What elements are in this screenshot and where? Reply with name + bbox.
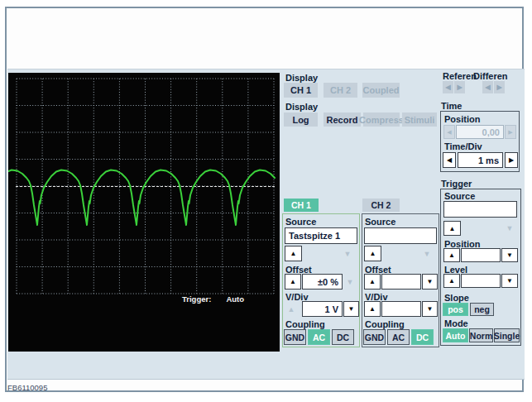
compress-button[interactable]: Compress — [363, 112, 400, 127]
arrow-up-icon: ▲ — [369, 278, 376, 285]
timediv-increase-button[interactable]: ▶ — [505, 152, 518, 168]
stimuli-button[interactable]: Stimuli — [402, 112, 437, 127]
time-position-field[interactable]: 0,00 — [456, 125, 504, 139]
ch2-vdiv-up-button[interactable]: ▲ — [364, 301, 381, 317]
arrow-down-icon: ▼ — [348, 305, 355, 313]
ch2-vdiv-field[interactable] — [381, 301, 421, 317]
display-ch2-button[interactable]: CH 2 — [324, 83, 357, 98]
arrow-down-icon: ▼ — [427, 305, 434, 313]
arrow-up-icon: ▲ — [449, 225, 456, 232]
timediv-label: Time/Div — [444, 142, 482, 151]
trigger-status-label: Trigger: — [182, 294, 211, 304]
ch1-offset-down-button[interactable]: ▼ — [344, 276, 356, 287]
trigger-mode-label: Mode — [444, 319, 468, 328]
ch1-source-up-button[interactable]: ▲ — [285, 246, 302, 261]
ch2-offset-field[interactable] — [381, 274, 421, 290]
ch2-coupling-ac-button[interactable]: AC — [387, 329, 410, 345]
ch2-coupling-dc-button[interactable]: DC — [411, 329, 434, 345]
arrow-up-icon: ▲ — [369, 305, 376, 313]
reference-next-button[interactable]: ▶ — [454, 81, 465, 93]
time-position-left-button[interactable]: ◀ — [443, 125, 455, 139]
timediv-decrease-button[interactable]: ◀ — [443, 152, 456, 168]
slope-neg-button[interactable]: neg — [470, 303, 494, 316]
arrow-up-icon: ▲ — [448, 251, 455, 259]
trigger-level-down-button[interactable]: ▼ — [501, 274, 518, 288]
arrow-right-icon: ▶ — [509, 156, 514, 164]
arrow-up-icon: ▲ — [448, 277, 455, 285]
ch2-vdiv-down-button[interactable]: ▼ — [422, 301, 438, 317]
trigger-level-field[interactable] — [461, 274, 501, 288]
log-button[interactable]: Log — [284, 112, 318, 127]
trigger-slope-label: Slope — [444, 294, 469, 303]
time-group-label: Time — [441, 102, 462, 111]
ch1-coupling-ac-button[interactable]: AC — [308, 329, 330, 345]
trigger-position-down-button[interactable]: ▼ — [501, 248, 518, 262]
mode-single-button[interactable]: Single — [494, 328, 520, 342]
trigger-group-label: Trigger — [441, 179, 472, 189]
chevron-left-icon: ◀ — [485, 84, 490, 91]
ch2-source-down-button[interactable]: ▼ — [420, 248, 434, 260]
display-channels-label: Display — [285, 74, 318, 83]
difference-prev-button[interactable]: ◀ — [482, 81, 493, 93]
mode-auto-button[interactable]: Auto — [443, 328, 468, 342]
arrow-up-icon: ▲ — [370, 250, 376, 257]
tab-ch1[interactable]: CH 1 — [284, 199, 319, 212]
time-position-label: Position — [444, 115, 480, 124]
ch2-coupling-label: Coupling — [365, 320, 405, 329]
ch2-source-label: Source — [365, 218, 395, 227]
ch1-source-field[interactable]: Tastspitze 1 — [285, 227, 357, 244]
ch1-vdiv-up-button[interactable]: ▲ — [285, 304, 297, 314]
time-position-right-button[interactable]: ▶ — [505, 125, 516, 139]
arrow-down-icon: ▼ — [506, 251, 513, 259]
ch1-vdiv-field[interactable]: 1 V — [302, 301, 343, 317]
ch1-source-down-button[interactable]: ▼ — [341, 248, 354, 260]
reference-prev-button[interactable]: ◀ — [443, 81, 453, 93]
ch1-coupling-gnd-button[interactable]: GND — [284, 329, 306, 345]
trigger-position-field[interactable] — [461, 248, 501, 262]
display-ch1-button[interactable]: CH 1 — [284, 83, 318, 98]
ch2-coupling-gnd-button[interactable]: GND — [363, 329, 386, 345]
mode-norm-button[interactable]: Norm — [469, 328, 493, 342]
display-modes-label: Display — [285, 103, 318, 112]
trigger-source-up-button[interactable]: ▲ — [443, 221, 461, 236]
ch1-offset-field[interactable]: ±0 % — [302, 274, 343, 290]
slope-pos-button[interactable]: pos — [443, 303, 468, 316]
figure-code: FB6110095 — [7, 383, 47, 392]
oscilloscope-display: Trigger: Auto — [8, 73, 280, 352]
arrow-right-icon: ▶ — [508, 129, 512, 136]
ch1-offset-up-button[interactable]: ▲ — [285, 274, 301, 290]
ch1-vdiv-down-button[interactable]: ▼ — [343, 301, 359, 317]
ch2-source-up-button[interactable]: ▲ — [364, 246, 381, 261]
trigger-position-up-button[interactable]: ▲ — [443, 248, 460, 262]
trigger-status-value: Auto — [226, 294, 244, 304]
ch1-coupling-dc-button[interactable]: DC — [332, 329, 354, 345]
timediv-field[interactable]: 1 ms — [458, 152, 503, 168]
trigger-level-up-button[interactable]: ▲ — [443, 274, 460, 288]
trigger-source-down-button[interactable]: ▼ — [502, 223, 517, 234]
page: Trigger: Auto Display CH 1 CH 2 Coupled … — [0, 0, 532, 402]
chevron-right-icon: ▶ — [496, 84, 501, 91]
arrow-left-icon: ◀ — [447, 156, 452, 164]
waveform-trace — [8, 170, 275, 226]
tab-ch2[interactable]: CH 2 — [362, 199, 400, 212]
arrow-down-icon: ▼ — [347, 278, 354, 286]
difference-label: Differen — [473, 72, 508, 81]
ch1-coupling-label: Coupling — [285, 320, 325, 329]
ch2-offset-down-button[interactable]: ▼ — [422, 274, 438, 290]
scope-trigger-status: Trigger: Auto — [182, 294, 275, 304]
arrow-up-icon: ▲ — [288, 305, 295, 313]
reference-label: Referen — [443, 72, 477, 81]
record-button[interactable]: Record — [324, 112, 361, 127]
ch2-offset-up-button[interactable]: ▲ — [364, 274, 381, 290]
arrow-down-icon: ▼ — [506, 277, 513, 285]
arrow-up-icon: ▲ — [290, 278, 296, 285]
trigger-source-field[interactable] — [443, 201, 517, 218]
arrow-left-icon: ◀ — [447, 129, 451, 136]
ch2-source-field[interactable] — [364, 227, 437, 244]
chevron-left-icon: ◀ — [445, 84, 450, 91]
arrow-up-icon: ▲ — [290, 250, 297, 257]
display-coupled-button[interactable]: Coupled — [362, 83, 400, 98]
difference-next-button[interactable]: ▶ — [494, 81, 505, 93]
scope-canvas — [8, 73, 280, 352]
ch1-source-label: Source — [285, 218, 316, 227]
